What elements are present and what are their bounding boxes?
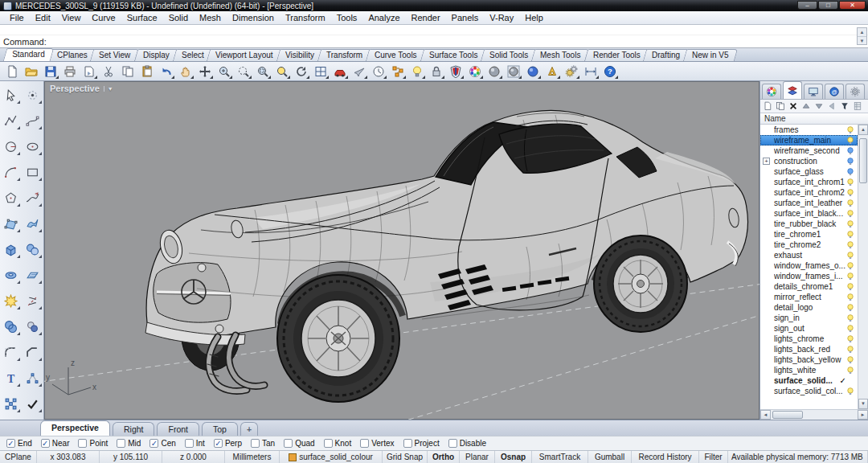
layer-bulb-yellow-icon[interactable] (845, 355, 855, 365)
status-grid-snap[interactable]: Grid Snap (383, 451, 428, 463)
layer-bulb-yellow-icon[interactable] (845, 293, 855, 302)
fillet-curve-button[interactable] (0, 339, 22, 365)
checkbox-knot[interactable] (324, 439, 333, 448)
status-surface-solid-colour[interactable]: surface_solid_colour (280, 451, 383, 463)
options-button[interactable] (562, 63, 580, 80)
status-gumball[interactable]: Gumball (588, 451, 632, 463)
osnap-perp[interactable]: ✓Perp (214, 439, 242, 448)
undo-button[interactable] (157, 63, 175, 80)
menu-mesh[interactable]: Mesh (194, 12, 227, 23)
viewport-tab-right[interactable]: Right (113, 422, 155, 436)
viewport-tab-top[interactable]: Top (202, 422, 238, 436)
osnap-point[interactable]: Point (78, 439, 108, 448)
layer-row[interactable]: +construction (760, 156, 858, 166)
toolbar-tab-set-view[interactable]: Set View (90, 49, 140, 61)
panel-tab-display[interactable] (804, 84, 823, 99)
render-preview-button[interactable] (504, 63, 522, 80)
layer-bulb-yellow-icon[interactable] (845, 125, 855, 135)
checkbox-disable[interactable] (448, 439, 457, 448)
circle-button[interactable] (0, 133, 22, 159)
osnap-int[interactable]: Int (185, 439, 205, 448)
toolbar-tab-new-in-v5[interactable]: New in V5 (683, 49, 738, 61)
osnap-disable[interactable]: Disable (448, 439, 486, 448)
open-file-button[interactable] (22, 63, 40, 80)
polygon-button[interactable] (0, 185, 22, 211)
layer-row[interactable]: sign_out (760, 323, 858, 334)
checkbox-near[interactable]: ✓ (41, 439, 50, 448)
layer-row[interactable]: window_frames_o... (760, 260, 858, 271)
ellipse-button[interactable] (22, 133, 43, 159)
new-sublayer-button[interactable] (776, 101, 785, 111)
layer-bulb-yellow-icon[interactable] (845, 209, 855, 219)
checkbox-quad[interactable] (284, 439, 293, 448)
menu-transform[interactable]: Transform (280, 12, 331, 23)
scrollbar-thumb[interactable] (772, 411, 803, 419)
color-wheel-button[interactable] (465, 63, 484, 80)
status-smarttrack[interactable]: SmartTrack (532, 451, 588, 463)
new-viewport-tab-button[interactable]: + (240, 422, 258, 436)
move-button[interactable] (195, 63, 214, 80)
layer-row[interactable]: mirror_reflect (760, 292, 858, 302)
split-button[interactable] (22, 288, 43, 313)
layer-row[interactable]: surface_solid_col... (760, 386, 858, 396)
viewport-tab-front[interactable]: Front (157, 422, 199, 436)
vray-button[interactable] (446, 63, 465, 80)
panel-tab-web[interactable]: @ (825, 84, 844, 99)
move-down-button[interactable] (814, 101, 824, 111)
boolean-intersect-button[interactable] (22, 313, 43, 339)
layer-row[interactable]: details_chrome1 (760, 281, 858, 292)
checkbox-int[interactable] (185, 439, 194, 448)
point-button[interactable] (22, 82, 43, 108)
explode-button[interactable] (0, 288, 22, 313)
layer-row[interactable]: surface_int_leather (760, 198, 858, 208)
render-button[interactable] (485, 63, 503, 80)
chamfer-curve-button[interactable] (22, 339, 43, 365)
layer-row[interactable]: tire_chrome1 (760, 229, 858, 240)
vertical-scrollbar[interactable]: ▲ ▼ (858, 125, 868, 409)
scroll-left-button[interactable]: ◄ (760, 410, 771, 420)
control-point-curve-button[interactable] (22, 108, 43, 133)
polyline-button[interactable] (0, 108, 22, 133)
menu-help[interactable]: Help (519, 12, 549, 23)
layer-bulb-yellow-icon[interactable] (845, 251, 855, 260)
osnap-quad[interactable]: Quad (284, 439, 314, 448)
minimize-button[interactable]: – (797, 1, 817, 10)
spheres-button[interactable] (22, 236, 43, 262)
osnap-knot[interactable]: Knot (324, 439, 352, 448)
status-planar[interactable]: Planar (460, 451, 495, 463)
command-spinner[interactable]: ▲▼ (857, 27, 867, 45)
help-button[interactable]: ? (600, 63, 619, 80)
osnap-vertex[interactable]: Vertex (360, 439, 394, 448)
toolbar-tab-surface-tools[interactable]: Surface Tools (420, 49, 486, 61)
layer-bulb-yellow-icon[interactable] (845, 240, 855, 250)
scroll-right-button[interactable]: ► (858, 410, 868, 420)
print-button[interactable] (60, 63, 79, 80)
maximize-button[interactable]: □ (818, 1, 838, 10)
toolbar-tab-visibility[interactable]: Visibility (276, 49, 323, 61)
osnap-mid[interactable]: Mid (117, 439, 141, 448)
zoom-selected-button[interactable] (272, 63, 291, 80)
layer-bulb-blue-icon[interactable] (845, 157, 855, 166)
zoom-button[interactable] (215, 63, 233, 80)
layer-bulb-yellow-icon[interactable] (845, 282, 855, 292)
menu-surface[interactable]: Surface (121, 12, 163, 23)
layer-tools-button[interactable] (853, 101, 862, 111)
fly-through-button[interactable] (350, 63, 368, 80)
filter-button[interactable] (840, 101, 850, 111)
viewport-tab-perspective[interactable]: Perspective (40, 420, 110, 436)
toolbar-tab-curve-tools[interactable]: Curve Tools (366, 49, 426, 61)
toolbar-tab-cplanes[interactable]: CPlanes (47, 49, 96, 61)
point-edit-button[interactable] (22, 365, 43, 391)
layer-bulb-yellow-icon[interactable] (845, 199, 855, 208)
checkbox-cen[interactable]: ✓ (149, 439, 158, 448)
layer-bulb-yellow-icon[interactable] (845, 219, 855, 229)
toolbar-tab-drafting[interactable]: Drafting (643, 49, 689, 61)
panel-tab-properties[interactable] (762, 84, 781, 99)
layer-bulb-yellow-icon[interactable] (845, 313, 855, 323)
checkbox-end[interactable]: ✓ (6, 439, 15, 448)
patch-button[interactable] (22, 211, 43, 236)
layer-bulb-yellow-icon[interactable] (845, 303, 855, 313)
menu-panels[interactable]: Panels (446, 12, 485, 23)
toolbar-tab-display[interactable]: Display (134, 49, 178, 61)
layer-bulb-blue-icon[interactable] (845, 167, 855, 177)
